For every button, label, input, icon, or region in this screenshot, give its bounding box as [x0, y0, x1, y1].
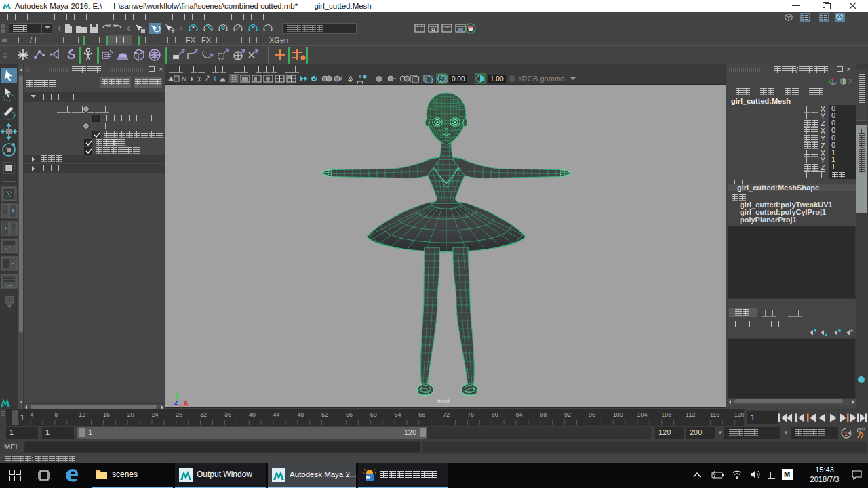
svg-text:1: 1 — [20, 414, 24, 422]
svg-text:116: 116 — [710, 411, 719, 418]
svg-text:1.00: 1.00 — [490, 75, 504, 83]
svg-text:64: 64 — [395, 411, 401, 418]
svg-text:104: 104 — [637, 411, 648, 418]
svg-text:84: 84 — [516, 411, 523, 418]
svg-text:120: 120 — [734, 411, 744, 418]
svg-text:76: 76 — [467, 411, 474, 418]
svg-text:80: 80 — [492, 411, 498, 418]
svg-text:36: 36 — [224, 411, 231, 418]
svg-text:8: 8 — [54, 411, 58, 418]
svg-text:88: 88 — [540, 411, 547, 418]
svg-text:24: 24 — [152, 411, 159, 418]
svg-text:72: 72 — [443, 411, 450, 418]
svg-text:z: z — [174, 398, 178, 406]
svg-text:40: 40 — [249, 411, 256, 418]
svg-text:108: 108 — [661, 411, 671, 418]
svg-text:1: 1 — [844, 430, 848, 437]
svg-text:56: 56 — [346, 411, 353, 418]
svg-text:0.00: 0.00 — [452, 75, 465, 83]
svg-text:44: 44 — [273, 411, 280, 418]
svg-text:28: 28 — [176, 411, 182, 418]
svg-text:front: front — [437, 398, 450, 405]
svg-text:32: 32 — [200, 411, 207, 418]
svg-text:60: 60 — [370, 411, 377, 418]
svg-text:52: 52 — [321, 411, 328, 418]
svg-text:12: 12 — [79, 411, 85, 418]
svg-text:4: 4 — [31, 411, 34, 418]
svg-text:sRGB gamma: sRGB gamma — [518, 75, 566, 83]
svg-text:48: 48 — [297, 411, 304, 418]
svg-text:112: 112 — [686, 411, 695, 418]
svg-text:20: 20 — [127, 411, 134, 418]
svg-text:92: 92 — [564, 411, 571, 418]
svg-text:16: 16 — [103, 411, 110, 418]
svg-text:x: x — [184, 398, 189, 406]
svg-text:68: 68 — [418, 411, 425, 418]
svg-text:100: 100 — [613, 411, 623, 418]
svg-text:96: 96 — [589, 411, 595, 418]
